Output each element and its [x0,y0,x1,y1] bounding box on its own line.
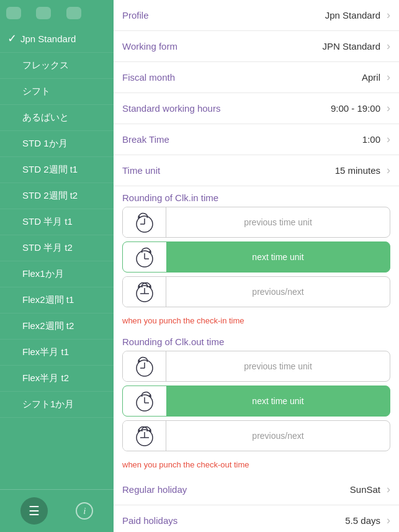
sidebar-item-std-half-t2[interactable]: STD 半月 t2 [0,235,114,261]
sidebar-item-std1month[interactable]: STD 1か月 [0,131,114,157]
time-option-label: previous/next [166,287,390,297]
row-right: 15 minutes › [335,164,390,177]
settings-row-3[interactable]: Standard working hours 9:00 - 19:00 › [114,93,399,124]
chevron-right-icon: › [387,71,390,84]
settings-row-5[interactable]: Time unit 15 minutes › [114,155,399,186]
time-option-2[interactable]: previous/next [122,276,390,307]
add-button[interactable] [6,7,21,19]
time-option-label: previous time unit [166,217,390,227]
profile-list: ✓Jpn StandardフレックスシフトあるばいとSTD 1か月STD 2週間… [0,25,114,489]
row-right: 1:00 › [362,133,390,146]
sidebar-item-std2week-t2[interactable]: STD 2週間 t2 [0,183,114,209]
row-value: 15 minutes [335,165,380,176]
sidebar-item-label: Jpn Standard [20,34,76,44]
clock-icon [132,389,157,413]
sidebar-item-std2week-t1[interactable]: STD 2週間 t1 [0,157,114,183]
chevron-right-icon: › [387,133,390,146]
row-right: SunSat › [350,483,390,496]
time-option-group: previous time unit next time unit previo… [114,207,399,313]
chevron-right-icon: › [387,164,390,177]
sidebar-item-label: STD 半月 t1 [22,216,73,228]
time-option-0[interactable]: previous time unit [122,207,390,238]
row-label: Time unit [122,165,160,176]
sidebar: ✓Jpn StandardフレックスシフトあるばいとSTD 1か月STD 2週間… [0,0,114,532]
row-label: Working form [122,41,177,52]
sidebar-item-flex2week-t2[interactable]: Flex2週間 t2 [0,313,114,340]
time-option-label: previous/next [166,431,390,441]
time-option-icon-area [123,385,166,417]
time-option-icon-area [123,351,166,382]
content-area: Profile Jpn Standard › Working form JPN … [114,0,399,532]
section-header: Rounding of Clk.out time [114,330,399,351]
time-option-label: previous time unit [166,361,390,371]
sidebar-item-jpn-standard[interactable]: ✓Jpn Standard [0,25,114,53]
settings-row-4[interactable]: Break Time 1:00 › [114,124,399,155]
clock-icon [132,354,157,378]
row-label: Break Time [122,134,169,145]
sidebar-item-std-half-t1[interactable]: STD 半月 t1 [0,209,114,235]
sidebar-item-label: STD 2週間 t2 [22,190,78,202]
row-value: 1:00 [362,134,380,145]
row-value: Jpn Standard [325,10,380,20]
sidebar-item-label: Flex1か月 [22,268,64,280]
section-header: Rounding of Clk.in time [114,186,399,207]
sidebar-item-shift[interactable]: シフト [0,79,114,105]
row-value: 9:00 - 19:00 [331,103,380,114]
row-value: JPN Standard [323,41,380,52]
time-option-icon-area [123,241,166,273]
sidebar-item-flex-half-t2[interactable]: Flex半月 t2 [0,366,114,392]
sidebar-item-label: Flex2週間 t1 [22,294,74,306]
time-option-icon-area [123,276,166,307]
row-value: 5.5 days [345,515,380,526]
delete-button[interactable] [66,7,81,19]
sidebar-item-label: シフト [22,86,50,97]
row-label: Regular holiday [122,484,187,495]
row-label: Profile [122,10,149,20]
row-right: 5.5 days › [345,514,390,527]
sidebar-item-shift1month[interactable]: シフト1か月 [0,392,114,418]
time-option-1[interactable]: next time unit [122,241,390,273]
row-label: Standard working hours [122,103,220,114]
copy-button[interactable] [36,7,51,19]
checkmark-icon: ✓ [7,32,17,45]
row-label: Paid holidays [122,515,177,526]
sidebar-item-arubaito[interactable]: あるばいと [0,105,114,131]
settings-row-0[interactable]: Profile Jpn Standard › [114,0,399,31]
sidebar-item-label: シフト1か月 [22,399,74,410]
sidebar-item-label: フレックス [22,60,69,71]
sidebar-item-flex-half-t1[interactable]: Flex半月 t1 [0,340,114,366]
time-option-icon-area [123,207,166,238]
sidebar-item-label: Flex半月 t1 [22,346,69,358]
time-option-1[interactable]: next time unit [122,385,390,417]
time-option-icon-area [123,420,166,451]
info-button[interactable]: i [76,502,93,520]
chevron-right-icon: › [387,102,390,115]
sidebar-item-label: STD 1か月 [22,138,68,150]
sidebar-item-flex[interactable]: フレックス [0,53,114,79]
row-label: Fiscal month [122,72,175,83]
row-right: April › [362,71,390,84]
time-option-label: next time unit [166,396,390,406]
sidebar-item-flex1month[interactable]: Flex1か月 [0,261,114,287]
bottom-row-0[interactable]: Regular holiday SunSat › [114,474,399,505]
menu-button[interactable]: ☰ [20,497,48,525]
info-icon: i [83,506,86,516]
time-option-0[interactable]: previous time unit [122,351,390,382]
time-option-group: previous time unit next time unit previo… [114,351,399,458]
sidebar-item-label: STD 半月 t2 [22,242,73,254]
time-option-label: next time unit [166,252,390,262]
bottom-row-1[interactable]: Paid holidays 5.5 days › [114,505,399,532]
sidebar-item-label: STD 2週間 t1 [22,164,78,176]
rounding-note: when you punch the check-out time [114,458,399,474]
settings-row-2[interactable]: Fiscal month April › [114,62,399,93]
row-right: JPN Standard › [323,40,390,53]
row-value: April [362,72,380,83]
sidebar-item-flex2week-t1[interactable]: Flex2週間 t1 [0,287,114,313]
sidebar-item-label: Flex半月 t2 [22,372,69,384]
time-option-2[interactable]: previous/next [122,420,390,451]
clock-icon [132,280,157,304]
settings-row-1[interactable]: Working form JPN Standard › [114,31,399,62]
row-right: 9:00 - 19:00 › [331,102,390,115]
rounding-note: when you punch the check-in time [114,313,399,330]
clock-icon [132,424,157,448]
